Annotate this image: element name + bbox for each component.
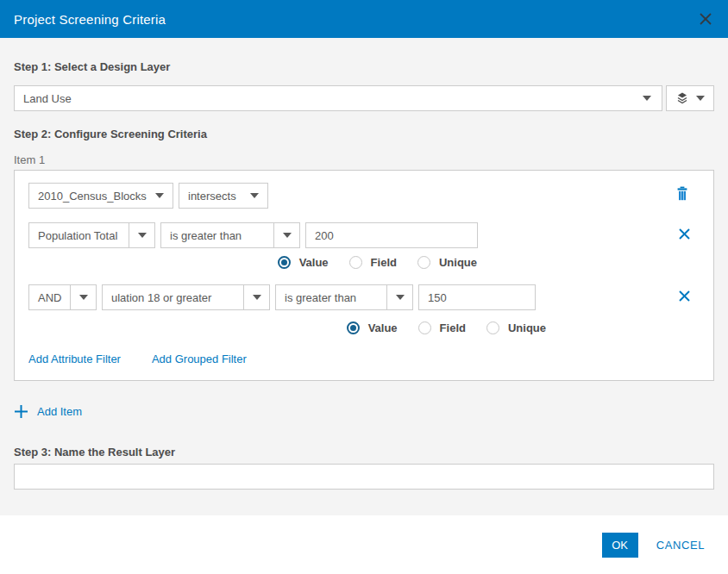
radio-label: Value	[299, 256, 329, 269]
radio-label: Unique	[439, 256, 477, 269]
dialog-title: Project Screening Criteria	[14, 12, 166, 27]
radio-label: Field	[440, 321, 466, 334]
filter2-mode-radios: Value Field Unique	[28, 321, 700, 334]
radio-unselected-icon	[417, 256, 430, 269]
filter-layer-select-value: 2010_Census_Blocks	[29, 184, 147, 208]
project-screening-criteria-dialog: Project Screening Criteria Step 1: Selec…	[0, 0, 728, 574]
chevron-down-icon	[250, 193, 259, 198]
chevron-down-icon	[155, 193, 164, 198]
add-grouped-filter-link[interactable]: Add Grouped Filter	[152, 353, 247, 365]
chevron-down-icon	[643, 96, 651, 101]
filter2-operator-select[interactable]: is greater than	[275, 284, 413, 310]
filter1-radio-value[interactable]: Value	[278, 256, 329, 269]
layer-type-button[interactable]	[666, 85, 714, 111]
close-icon[interactable]	[697, 10, 714, 28]
filter1-radio-field[interactable]: Field	[349, 256, 397, 269]
radio-label: Value	[368, 321, 398, 334]
filter1-value-input[interactable]	[305, 222, 478, 248]
filter1-operator-select[interactable]: is greater than	[160, 222, 300, 248]
item-1-label: Item 1	[14, 153, 714, 166]
filter1-field-select-value: Population Total	[29, 223, 129, 247]
remove-filter2-icon[interactable]	[678, 290, 691, 303]
filter2-join-select-value: AND	[29, 285, 70, 309]
step1-label: Step 1: Select a Design Layer	[14, 60, 714, 73]
radio-label: Unique	[508, 321, 546, 334]
filter1-field-select[interactable]: Population Total	[28, 222, 155, 248]
ok-button[interactable]: OK	[602, 533, 638, 558]
add-attribute-filter-link[interactable]: Add Attribute Filter	[28, 353, 121, 365]
step2-label: Step 2: Configure Screening Criteria	[14, 128, 714, 140]
chevron-down-icon	[79, 295, 88, 300]
filter2-field-select[interactable]: ulation 18 or greater	[102, 284, 270, 310]
filter1-operator-select-value: is greater than	[161, 223, 273, 247]
chevron-down-box	[243, 285, 269, 309]
design-layer-select-value: Land Use	[15, 92, 80, 105]
design-layer-select[interactable]: Land Use	[14, 85, 662, 111]
filter-layer-select[interactable]: 2010_Census_Blocks	[28, 183, 173, 209]
attribute-filter-row-1: Population Total is greater than	[28, 222, 700, 248]
chevron-down-box	[242, 184, 267, 208]
chevron-down-icon	[696, 96, 705, 101]
filter2-operator-select-value: is greater than	[276, 285, 386, 309]
chevron-down-icon	[253, 295, 261, 300]
chevron-down-icon	[138, 233, 147, 238]
chevron-down-icon	[283, 233, 292, 238]
dialog-header: Project Screening Criteria	[0, 0, 728, 38]
filter2-radio-field[interactable]: Field	[418, 321, 466, 334]
filter1-mode-radios: Value Field Unique	[28, 256, 700, 269]
chevron-down-box	[147, 184, 173, 208]
attribute-filter-row-2: AND ulation 18 or greater is greater tha…	[28, 284, 700, 310]
radio-selected-icon	[347, 321, 360, 334]
layers-icon	[675, 91, 689, 105]
radio-unselected-icon	[349, 256, 362, 269]
spatial-operator-select-value: intersects	[179, 184, 242, 208]
filter2-field-select-value: ulation 18 or greater	[103, 285, 243, 309]
radio-unselected-icon	[418, 321, 431, 334]
item-1-panel: 2010_Census_Blocks intersects	[14, 170, 714, 381]
cancel-button[interactable]: CANCEL	[656, 539, 705, 552]
filter2-join-select[interactable]: AND	[28, 284, 97, 310]
chevron-down-box	[386, 285, 412, 309]
add-item-label: Add Item	[37, 405, 82, 418]
spatial-filter-row: 2010_Census_Blocks intersects	[28, 183, 700, 209]
filter1-radio-unique[interactable]: Unique	[417, 256, 477, 269]
chevron-down-box	[273, 223, 299, 247]
step3-label: Step 3: Name the Result Layer	[14, 446, 714, 459]
chevron-down-box	[129, 223, 154, 247]
spatial-operator-select[interactable]: intersects	[179, 183, 268, 209]
chevron-down-box	[70, 285, 96, 309]
add-item-button[interactable]: Add Item	[14, 404, 117, 419]
chevron-down-icon	[396, 295, 405, 300]
filter2-radio-unique[interactable]: Unique	[486, 321, 546, 334]
filter-links-row: Add Attribute Filter Add Grouped Filter	[28, 353, 700, 365]
radio-label: Field	[371, 256, 397, 269]
dialog-footer: OK CANCEL	[0, 515, 728, 574]
result-layer-name-input[interactable]	[14, 464, 714, 490]
remove-filter1-icon[interactable]	[678, 228, 691, 240]
filter2-value-input[interactable]	[418, 284, 536, 310]
plus-icon	[14, 404, 28, 419]
filter2-radio-value[interactable]: Value	[347, 321, 398, 334]
radio-unselected-icon	[486, 321, 499, 334]
design-layer-row: Land Use	[14, 85, 714, 111]
radio-selected-icon	[278, 256, 291, 269]
trash-icon[interactable]	[675, 186, 689, 204]
dialog-body: Step 1: Select a Design Layer Land Use S…	[0, 38, 728, 515]
